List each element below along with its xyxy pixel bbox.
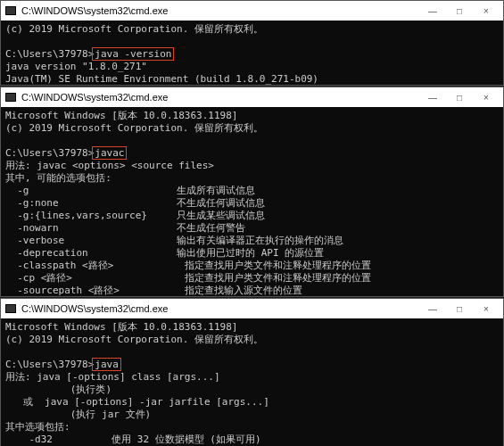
highlighted-command: javac bbox=[92, 146, 127, 160]
titlebar[interactable]: C:\WINDOWS\system32\cmd.exe — □ × bbox=[1, 87, 503, 107]
titlebar[interactable]: C:\WINDOWS\system32\cmd.exe — □ × bbox=[1, 1, 503, 21]
terminal-window-3: C:\WINDOWS\system32\cmd.exe — □ × Micros… bbox=[0, 298, 504, 446]
maximize-button[interactable]: □ bbox=[446, 87, 473, 107]
terminal-output: Microsoft Windows [版本 10.0.18363.1198] (… bbox=[1, 107, 503, 296]
minimize-button[interactable]: — bbox=[419, 87, 446, 107]
close-button[interactable]: × bbox=[473, 1, 500, 21]
svg-rect-1 bbox=[6, 7, 15, 14]
cmd-icon bbox=[4, 302, 17, 315]
cmd-icon bbox=[4, 91, 17, 103]
highlighted-command: java bbox=[92, 358, 121, 371]
svg-rect-3 bbox=[6, 94, 15, 101]
titlebar[interactable]: C:\WINDOWS\system32\cmd.exe — □ × bbox=[1, 299, 503, 318]
window-controls: — □ × bbox=[419, 299, 500, 318]
cmd-icon bbox=[4, 4, 17, 17]
window-title: C:\WINDOWS\system32\cmd.exe bbox=[21, 303, 419, 314]
terminal-window-1: C:\WINDOWS\system32\cmd.exe — □ × (c) 20… bbox=[0, 0, 504, 86]
window-controls: — □ × bbox=[419, 1, 500, 21]
minimize-button[interactable]: — bbox=[419, 299, 446, 318]
window-title: C:\WINDOWS\system32\cmd.exe bbox=[21, 92, 419, 103]
terminal-output: Microsoft Windows [版本 10.0.18363.1198] (… bbox=[1, 318, 503, 446]
maximize-button[interactable]: □ bbox=[446, 299, 473, 318]
window-controls: — □ × bbox=[419, 87, 500, 107]
terminal-window-2: C:\WINDOWS\system32\cmd.exe — □ × Micros… bbox=[0, 87, 504, 297]
window-title: C:\WINDOWS\system32\cmd.exe bbox=[21, 5, 419, 16]
terminal-output: (c) 2019 Microsoft Corporation. 保留所有权利。 … bbox=[1, 21, 503, 85]
maximize-button[interactable]: □ bbox=[446, 1, 473, 21]
close-button[interactable]: × bbox=[473, 87, 500, 107]
svg-rect-5 bbox=[6, 305, 15, 312]
highlighted-command: java -version bbox=[92, 47, 174, 61]
close-button[interactable]: × bbox=[473, 299, 500, 318]
minimize-button[interactable]: — bbox=[419, 1, 446, 21]
